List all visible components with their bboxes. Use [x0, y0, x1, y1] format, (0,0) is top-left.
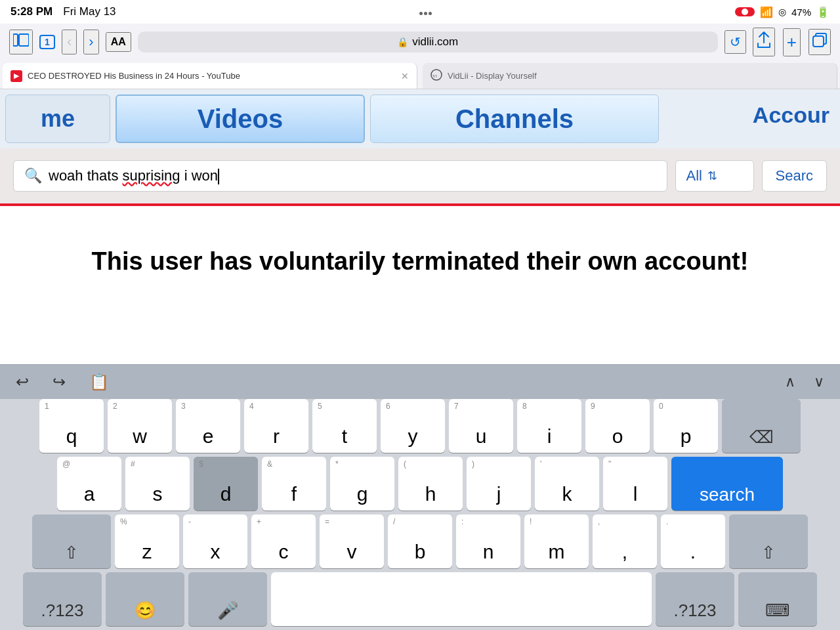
key-f[interactable]: &f — [262, 457, 326, 511]
key-j[interactable]: )j — [467, 457, 531, 511]
key-k[interactable]: 'k — [535, 457, 599, 511]
key-e[interactable]: 3e — [176, 399, 240, 453]
tab-youtube-close[interactable]: ✕ — [401, 71, 409, 81]
key-d[interactable]: $d — [194, 457, 258, 511]
nav-home[interactable]: me — [5, 94, 110, 143]
key-x[interactable]: -x — [183, 514, 247, 568]
key-search[interactable]: search — [671, 457, 783, 511]
key-u[interactable]: 7u — [449, 399, 513, 453]
key-space[interactable] — [271, 572, 652, 626]
key-shift-right[interactable]: ⇧ — [729, 514, 808, 568]
key-p[interactable]: 0p — [654, 399, 718, 453]
address-bar[interactable]: 🔒 vidlii.com — [138, 32, 718, 52]
search-input-wrapper[interactable]: 🔍 woah thats suprising i won — [13, 160, 667, 192]
sidebar-button[interactable] — [9, 30, 33, 54]
key-y[interactable]: 6y — [381, 399, 445, 453]
key-microphone[interactable]: 🎤 — [188, 572, 267, 626]
key-q[interactable]: 1q — [39, 399, 104, 453]
wifi-icon: 📶 — [760, 6, 773, 18]
back-button[interactable]: ‹ — [62, 30, 77, 54]
reload-button[interactable]: ↺ — [724, 30, 746, 54]
key-delete[interactable]: ⌫ — [722, 399, 801, 453]
tabs-overview-button[interactable] — [808, 29, 831, 55]
filter-dropdown[interactable]: All ⇅ — [675, 160, 754, 192]
key-c[interactable]: +c — [251, 514, 316, 568]
svg-rect-2 — [813, 36, 824, 47]
keyboard-row-1: 1q 2w 3e 4r 5t 6y 7u 8i 9o 0p ⌫ — [0, 399, 840, 453]
record-dot — [742, 9, 748, 15]
shift-right-icon: ⇧ — [761, 543, 776, 563]
filter-arrows-icon: ⇅ — [707, 169, 717, 183]
keyboard-toolbar: ↩ ↪ 📋 ∧ ∨ — [0, 364, 840, 399]
key-shift-left[interactable]: ⇧ — [32, 514, 111, 568]
undo-button[interactable]: ↩ — [10, 370, 34, 394]
cursor-up-button[interactable]: ∧ — [780, 371, 801, 393]
battery-icon: 🔋 — [816, 6, 830, 18]
search-button-partial[interactable]: Searc — [762, 160, 827, 192]
key-w[interactable]: 2w — [108, 399, 172, 453]
svg-text:Vl: Vl — [432, 74, 437, 79]
status-center — [419, 6, 432, 18]
keyboard-toolbar-left: ↩ ↪ 📋 — [10, 370, 114, 394]
hide-keyboard-icon: ⌨ — [765, 600, 790, 621]
key-emoji[interactable]: 😊 — [106, 572, 184, 626]
key-comma[interactable]: ,, — [593, 514, 657, 568]
key-i[interactable]: 8i — [517, 399, 581, 453]
search-key-label: search — [700, 484, 755, 505]
key-g[interactable]: *g — [330, 457, 394, 511]
key-l[interactable]: "l — [603, 457, 667, 511]
key-z[interactable]: %z — [115, 514, 179, 568]
add-tab-button[interactable]: + — [783, 28, 801, 56]
toolbar-right: + — [753, 28, 831, 56]
reader-aa-button[interactable]: AA — [106, 32, 131, 52]
key-period[interactable]: .. — [661, 514, 725, 568]
browser-tabs: ▶ CEO DESTROYED His Business in 24 Hours… — [0, 60, 840, 89]
keyboard-bottom-row: .?123 😊 🎤 .?123 ⌨ — [0, 572, 840, 626]
delete-icon: ⌫ — [749, 427, 774, 448]
redo-button[interactable]: ↪ — [47, 370, 71, 394]
key-h[interactable]: (h — [398, 457, 463, 511]
status-date: Fri May 13 — [63, 5, 116, 18]
signal-icon: ◎ — [778, 7, 786, 17]
key-t[interactable]: 5t — [312, 399, 377, 453]
key-a[interactable]: @a — [57, 457, 121, 511]
share-button[interactable] — [753, 28, 775, 56]
vidlii-navbar: me Videos Channels Accour — [0, 89, 840, 148]
svg-rect-1 — [19, 34, 29, 46]
tab-vidlii[interactable]: Vl VidLii - Display Yourself — [423, 63, 837, 89]
key-b[interactable]: /b — [388, 514, 452, 568]
status-dots — [419, 6, 432, 18]
keyboard-toolbar-right: ∧ ∨ — [780, 371, 830, 393]
cursor-down-button[interactable]: ∨ — [808, 371, 830, 393]
tab-vidlii-title: VidLii - Display Yourself — [448, 71, 829, 81]
key-num-right[interactable]: .?123 — [656, 572, 734, 626]
clipboard-button[interactable]: 📋 — [84, 370, 114, 394]
vidlii-favicon: Vl — [430, 69, 442, 83]
tab-youtube[interactable]: ▶ CEO DESTROYED His Business in 24 Hours… — [3, 63, 417, 89]
forward-button[interactable]: › — [83, 30, 98, 54]
key-num-left[interactable]: .?123 — [23, 572, 102, 626]
key-m[interactable]: !m — [524, 514, 589, 568]
search-container: 🔍 woah thats suprising i won All ⇅ Searc — [0, 148, 840, 203]
lock-icon: 🔒 — [397, 37, 408, 47]
main-content: This user has voluntarily terminated the… — [0, 206, 840, 317]
key-n[interactable]: :n — [456, 514, 520, 568]
keyboard-row-3: ⇧ %z -x +c =v /b :n !m ,, .. ⇧ — [0, 514, 840, 568]
youtube-favicon: ▶ — [10, 70, 22, 82]
tab-count[interactable]: 1 — [39, 35, 55, 49]
search-icon: 🔍 — [24, 167, 42, 184]
keyboard: ↩ ↪ 📋 ∧ ∨ 1q 2w 3e 4r 5t 6y 7u 8i 9o 0p … — [0, 364, 840, 630]
key-hide-keyboard[interactable]: ⌨ — [738, 572, 817, 626]
svg-rect-0 — [13, 34, 18, 46]
nav-channels[interactable]: Channels — [370, 94, 659, 143]
status-right: 📶 ◎ 47% 🔋 — [735, 6, 830, 18]
key-o[interactable]: 9o — [585, 399, 650, 453]
nav-account[interactable]: Accour — [742, 96, 840, 135]
address-text: vidlii.com — [412, 35, 458, 49]
terminated-message: This user has voluntarily terminated the… — [26, 226, 814, 297]
key-v[interactable]: =v — [320, 514, 384, 568]
key-s[interactable]: #s — [125, 457, 190, 511]
nav-videos[interactable]: Videos — [116, 94, 365, 143]
key-r[interactable]: 4r — [244, 399, 308, 453]
battery-percent: 47% — [791, 7, 811, 18]
